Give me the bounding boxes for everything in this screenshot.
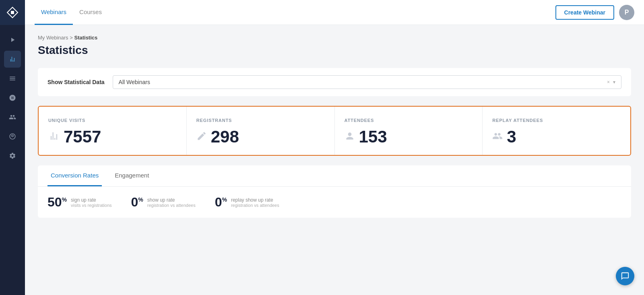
- sidebar-item-users[interactable]: [4, 109, 21, 126]
- play-icon: [9, 36, 16, 43]
- rates-row: 50% sign up rate visits vs registrations…: [38, 187, 631, 218]
- rate-percent-showup: 0%: [131, 195, 143, 210]
- sidebar-item-play[interactable]: [4, 31, 21, 48]
- rate-main-replay: replay show up rate: [231, 197, 279, 203]
- list-icon: [9, 75, 16, 82]
- stat-value-row-replay-attendees: 3: [492, 128, 621, 145]
- filter-select[interactable]: All Webinars × ▾: [113, 75, 621, 89]
- stat-label-replay-attendees: REPLAY ATTENDEES: [492, 118, 621, 123]
- filter-select-inner: All Webinars × ▾: [119, 79, 615, 85]
- stat-label-registrants: REGISTRANTS: [196, 118, 325, 123]
- stat-card-registrants: REGISTRANTS 298: [187, 107, 335, 155]
- stats-icon: [9, 56, 16, 63]
- select-icons: × ▾: [607, 79, 615, 85]
- integration-icon: [9, 94, 16, 101]
- sidebar-item-list[interactable]: [4, 70, 21, 87]
- rate-item-replay-showup: 0% replay show up rate registration vs a…: [215, 195, 279, 210]
- rate-main-showup: show up rate: [147, 197, 196, 203]
- breadcrumb-separator: >: [70, 35, 74, 41]
- tab-conversion-rates[interactable]: Conversion Rates: [47, 165, 102, 186]
- settings-icon: [9, 152, 16, 159]
- stat-value-row-attendees: 153: [345, 128, 473, 145]
- circle-settings-icon: [9, 133, 16, 140]
- filter-value: All Webinars: [119, 79, 150, 85]
- rate-sub-signup: visits vs registrations: [71, 203, 111, 208]
- stat-card-replay-attendees: REPLAY ATTENDEES 3: [483, 107, 630, 155]
- edit-icon: [196, 131, 207, 143]
- filter-label: Show Statistical Data: [47, 79, 105, 85]
- breadcrumb: My Webinars > Statistics: [38, 35, 631, 41]
- sidebar-item-stats[interactable]: [4, 51, 21, 68]
- topnav: Webinars Courses Create Webinar P: [25, 0, 644, 25]
- person-icon: [345, 131, 355, 143]
- bar-chart-icon: [48, 130, 60, 144]
- stat-card-attendees: ATTENDEES 153: [335, 107, 483, 155]
- tab-courses[interactable]: Courses: [73, 0, 108, 25]
- tab-webinars[interactable]: Webinars: [35, 0, 73, 25]
- page-title: Statistics: [38, 44, 631, 57]
- topnav-tabs: Webinars Courses: [35, 0, 108, 25]
- users-icon: [9, 113, 16, 121]
- rate-main-signup: sign up rate: [71, 197, 111, 203]
- logo[interactable]: [0, 0, 25, 25]
- chat-button[interactable]: [616, 267, 634, 285]
- stat-value-row-unique-visits: 7557: [48, 128, 177, 145]
- stat-card-unique-visits: UNIQUE VISITS 7557: [39, 107, 187, 155]
- rate-desc-signup: sign up rate visits vs registrations: [71, 197, 111, 208]
- avatar[interactable]: P: [619, 5, 634, 20]
- rate-item-showup: 0% show up rate registration vs attendee…: [131, 195, 196, 210]
- chat-icon: [621, 272, 630, 281]
- stat-value-row-registrants: 298: [196, 128, 325, 145]
- logo-icon: [6, 6, 19, 19]
- sidebar: [0, 0, 25, 295]
- bottom-tab-bar: Conversion Rates Engagement: [38, 165, 631, 187]
- filter-row: Show Statistical Data All Webinars × ▾: [38, 68, 631, 96]
- sidebar-item-settings[interactable]: [4, 147, 21, 164]
- content-area: My Webinars > Statistics Statistics Show…: [25, 25, 644, 295]
- breadcrumb-parent: My Webinars: [38, 35, 68, 41]
- rate-desc-showup: show up rate registration vs attendees: [147, 197, 196, 208]
- sidebar-item-circle-settings[interactable]: [4, 128, 21, 145]
- stat-number-attendees: 153: [359, 128, 387, 145]
- rate-sub-showup: registration vs attendees: [147, 203, 196, 208]
- rate-percent-replay: 0%: [215, 195, 227, 210]
- breadcrumb-current: Statistics: [74, 35, 97, 41]
- tab-engagement[interactable]: Engagement: [111, 165, 152, 186]
- clear-icon: ×: [607, 79, 610, 85]
- stat-label-unique-visits: UNIQUE VISITS: [48, 118, 177, 123]
- sidebar-item-integration[interactable]: [4, 89, 21, 106]
- stats-container: UNIQUE VISITS 7557 REGISTRANTS 298: [38, 106, 631, 156]
- rate-item-signup: 50% sign up rate visits vs registrations: [47, 195, 112, 210]
- main-area: Webinars Courses Create Webinar P My Web…: [25, 0, 644, 295]
- stat-number-replay-attendees: 3: [507, 128, 516, 145]
- stat-number-registrants: 298: [211, 128, 239, 145]
- rate-desc-replay: replay show up rate registration vs atte…: [231, 197, 279, 208]
- create-webinar-button[interactable]: Create Webinar: [555, 5, 614, 20]
- rate-sub-replay: registration vs attendees: [231, 203, 279, 208]
- svg-rect-1: [11, 11, 14, 14]
- stat-number-unique-visits: 7557: [64, 128, 101, 145]
- bottom-section: Conversion Rates Engagement 50% sign up …: [38, 165, 631, 218]
- topnav-right: Create Webinar P: [555, 5, 634, 20]
- persons-icon: [492, 131, 503, 143]
- stat-label-attendees: ATTENDEES: [345, 118, 473, 123]
- dropdown-icon: ▾: [613, 79, 615, 85]
- rate-percent-signup: 50%: [47, 195, 67, 210]
